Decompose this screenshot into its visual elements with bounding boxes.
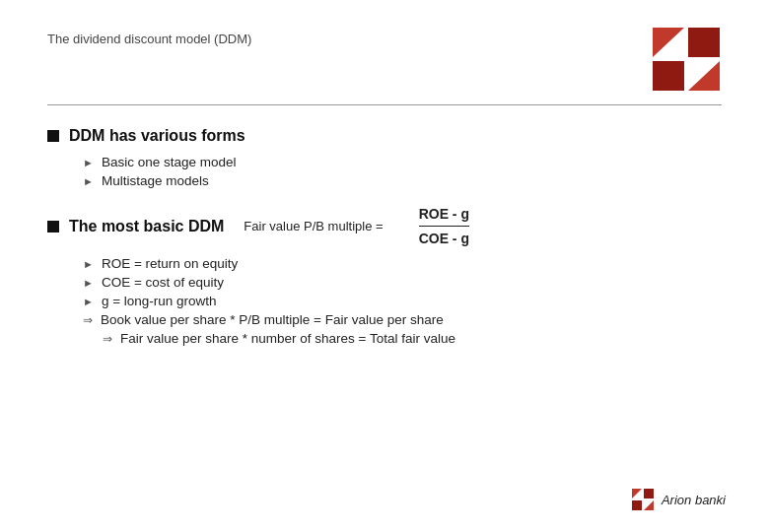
section1-title: DDM has various forms [47,127,722,145]
fair-value-label: Fair value P/B multiple = [244,219,383,233]
logo-cell-tr [688,28,720,57]
sc-tl [632,489,642,499]
page-title: The dividend discount model (DDM) [47,28,251,46]
formula-line [419,226,469,227]
section2-title: The most basic DDM Fair value P/B multip… [47,206,722,246]
bullet-square-2 [47,221,59,233]
formula-denominator: COE - g [419,229,469,246]
list-item: ► Multistage models [83,173,722,188]
logo-cell-br [688,61,720,91]
double-arrow-icon: ⇒ [83,313,93,327]
page: The dividend discount model (DDM) DDM ha… [0,0,769,532]
section-basic-ddm: The most basic DDM Fair value P/B multip… [47,206,722,346]
sc-tr [644,489,654,499]
arrow-icon: ► [83,277,94,289]
section-ddm-forms: DDM has various forms ► Basic one stage … [47,127,722,188]
arrow-icon: ► [83,296,94,307]
header-logo [653,28,722,93]
double-arrow-icon: ⇒ [103,332,112,346]
arrow-icon: ► [83,157,94,168]
list-item: ► g = long-run growth [83,294,722,308]
footer-logo-icon [632,489,654,510]
formula-area: Fair value P/B multiple = ROE - g COE - … [234,206,469,246]
arrow-icon: ► [83,175,94,187]
header: The dividend discount model (DDM) [47,28,722,93]
sc-bl [632,500,642,510]
bullet-square-1 [47,130,59,142]
section1-list: ► Basic one stage model ► Multistage mod… [47,155,722,188]
implication-2: ⇒ Fair value per share * number of share… [83,331,722,346]
formula: ROE - g COE - g [419,206,469,246]
footer-brand: Arion banki [662,493,726,507]
list-item: ► COE = cost of equity [83,275,722,290]
logo-cell-tl [653,28,684,57]
section2-list: ► ROE = return on equity ► COE = cost of… [47,256,722,346]
list-item: ► ROE = return on equity [83,256,722,271]
formula-numerator: ROE - g [419,206,469,224]
logo-cell-bl [653,61,684,91]
list-item: ► Basic one stage model [83,155,722,169]
sc-br [644,500,654,510]
arrow-icon: ► [83,258,94,270]
implication-1: ⇒ Book value per share * P/B multiple = … [83,312,722,327]
footer-logo: Arion banki [632,489,726,510]
divider [47,104,722,105]
